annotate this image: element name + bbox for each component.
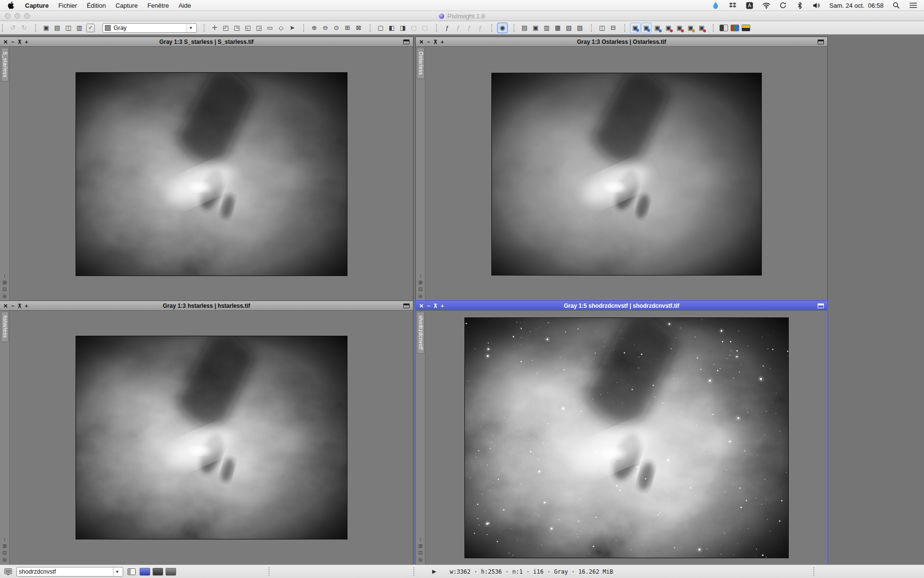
window-titlebar[interactable]: ✕−⊼+ Gray 1:3 hstarless | hstarless.tif: [0, 301, 413, 311]
input-source-icon[interactable]: A: [745, 1, 754, 9]
maximize-icon[interactable]: [403, 39, 410, 44]
image-canvas[interactable]: [10, 47, 413, 301]
shade-button[interactable]: ⊼: [434, 301, 437, 311]
readout-icon[interactable]: ◎: [418, 293, 423, 299]
iconize-button[interactable]: −: [427, 301, 430, 311]
zoom-window-button[interactable]: +: [25, 301, 28, 311]
stf-reset-icon[interactable]: ▣: [663, 23, 674, 33]
shade-button[interactable]: ⊼: [434, 37, 437, 47]
chevron-down-icon[interactable]: ▾: [113, 567, 121, 576]
window-titlebar[interactable]: ✕−⊼+ Gray 1:3 S_starless | S_starless.ti…: [0, 37, 413, 47]
view-tab[interactable]: shodrzdcnvstf: [417, 312, 424, 354]
volume-icon[interactable]: [812, 1, 821, 9]
fit-view-icon[interactable]: ⊞: [418, 543, 422, 549]
menu-item-1[interactable]: Édition: [87, 2, 106, 9]
menu-clock[interactable]: Sam. 24 oct. 06:58: [829, 2, 884, 9]
split-horizontal-icon[interactable]: ◫: [597, 23, 607, 33]
menu-item-2[interactable]: Capture: [116, 2, 138, 9]
fit-view-icon[interactable]: ⊞: [2, 543, 6, 549]
close-button[interactable]: ✕: [3, 37, 8, 47]
shade-button[interactable]: ⊼: [18, 37, 22, 47]
menu-item-3[interactable]: Fenêtre: [147, 2, 169, 9]
script-editor-icon[interactable]: ▨: [575, 23, 585, 33]
zoom-window-button[interactable]: +: [25, 37, 28, 47]
statistics-icon[interactable]: ▥: [541, 23, 552, 33]
gamut-warning-icon[interactable]: [742, 25, 750, 31]
new-image-icon[interactable]: ▣: [41, 23, 51, 33]
image-canvas[interactable]: [425, 47, 827, 301]
view-tab[interactable]: Ostarless: [417, 48, 424, 79]
stf-toggle-icon[interactable]: ▣: [652, 23, 663, 33]
stf-auto-icon[interactable]: ▣: [630, 23, 641, 33]
zoom-11-icon[interactable]: ⊡: [418, 287, 422, 292]
chevron-down-icon[interactable]: ▾: [187, 24, 194, 32]
center-image-icon[interactable]: ◳: [231, 23, 242, 33]
image-canvas[interactable]: [425, 311, 827, 565]
toolbar-drag-handle[interactable]: [204, 24, 206, 32]
undo-icon[interactable]: ↺: [8, 23, 18, 33]
menu-item-0[interactable]: Fichier: [58, 2, 77, 9]
toolbar-drag-handle[interactable]: [624, 24, 627, 32]
readout-icon[interactable]: ◎: [418, 557, 423, 562]
remove-mask-icon[interactable]: ƒ: [475, 23, 486, 33]
toolbar-drag-handle[interactable]: [2, 24, 4, 32]
split-vertical-icon[interactable]: ⊟: [608, 23, 618, 33]
fill-window-icon[interactable]: ◲: [254, 23, 264, 33]
toolbar-drag-handle[interactable]: [269, 567, 271, 576]
close-button[interactable]: ✕: [419, 37, 424, 47]
close-button[interactable]: ✕: [419, 301, 424, 311]
list-icon[interactable]: [909, 1, 917, 9]
scroll-tool-icon[interactable]: ↕: [3, 273, 6, 278]
screen-lut-icon[interactable]: [719, 25, 728, 31]
readout-icon[interactable]: ◎: [2, 557, 7, 562]
toolbar-drag-handle[interactable]: [303, 24, 306, 32]
pan-tool-icon[interactable]: ✛: [209, 23, 220, 33]
zoom-11-icon[interactable]: ⊡: [418, 550, 422, 555]
close-button[interactable]: ✕: [3, 301, 8, 311]
dropbox-icon[interactable]: [728, 1, 737, 9]
stf-edit-icon[interactable]: ▣: [641, 23, 652, 33]
iconize-button[interactable]: −: [11, 37, 14, 47]
window-titlebar[interactable]: ✕−⊼+ Gray 1:3 Ostarless | Ostarless.tif: [416, 37, 827, 47]
duplicate-view-icon[interactable]: ◫: [63, 23, 74, 33]
toolbar-drag-handle[interactable]: [35, 24, 38, 32]
apple-icon[interactable]: [7, 1, 15, 9]
delete-preview-icon[interactable]: ▢: [409, 23, 419, 33]
process-explorer-icon[interactable]: ▤: [519, 23, 530, 33]
workspace-icon[interactable]: [4, 568, 13, 576]
readout-probe-icon[interactable]: ◉: [497, 23, 508, 33]
show-mask-icon[interactable]: ƒ: [442, 23, 452, 33]
readout-icon[interactable]: ◎: [2, 293, 7, 299]
drop-icon[interactable]: [711, 1, 720, 9]
sync-icon[interactable]: [779, 1, 787, 9]
zoom-window-button[interactable]: +: [441, 301, 444, 311]
maximize-icon[interactable]: [403, 303, 410, 308]
scroll-tool-icon[interactable]: ↕: [3, 537, 6, 542]
menu-app-name[interactable]: Capture: [25, 2, 49, 9]
fit-view-icon[interactable]: ⊞: [2, 280, 6, 285]
iconize-button[interactable]: −: [427, 37, 430, 47]
lut-swatch-0[interactable]: [140, 568, 150, 576]
search-icon[interactable]: [892, 1, 900, 9]
stf-24bit-icon[interactable]: ▣: [685, 23, 696, 33]
iconize-all-icon[interactable]: ▥: [74, 23, 85, 33]
zoom-fit-icon[interactable]: ⊞: [342, 23, 353, 33]
minimize-window-button[interactable]: [14, 13, 20, 19]
fit-view-icon[interactable]: ⊞: [418, 280, 422, 285]
bluetooth-icon[interactable]: [796, 1, 804, 9]
zoom-in-icon[interactable]: ⊕: [309, 23, 320, 33]
wifi-icon[interactable]: [762, 1, 770, 9]
display-mode-select[interactable]: Gray ▾: [103, 23, 197, 33]
maximize-icon[interactable]: [818, 303, 824, 308]
edit-preview-icon[interactable]: ◧: [386, 23, 397, 33]
preview-undo-icon[interactable]: ▢: [420, 23, 430, 33]
zoom-out-icon[interactable]: ⊖: [320, 23, 331, 33]
new-preview-icon[interactable]: ▢: [375, 23, 386, 33]
view-selector[interactable]: shodrzdcnvstf ▾: [16, 567, 123, 577]
preview-toggle-icon[interactable]: [127, 568, 136, 576]
zoom-1to1-icon[interactable]: ⊙: [331, 23, 342, 33]
menu-item-4[interactable]: Aide: [179, 2, 191, 9]
stf-disable-icon[interactable]: ▣: [696, 23, 707, 33]
toolbar-drag-handle[interactable]: [370, 24, 372, 32]
crop-frame-icon[interactable]: ◰: [220, 23, 231, 33]
